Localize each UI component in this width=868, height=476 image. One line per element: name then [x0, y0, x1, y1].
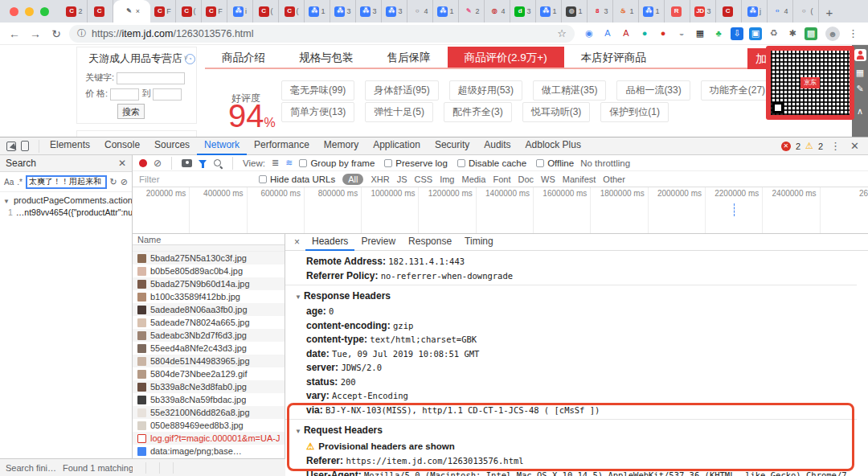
address-bar[interactable]: ⓘ https://item.jd.com/1263013576.html ☆	[69, 25, 575, 43]
header-row[interactable]: age: 0	[306, 306, 857, 317]
extension-icon[interactable]: ▩	[805, 27, 817, 40]
device-toolbar-icon[interactable]	[21, 141, 29, 151]
network-request-row[interactable]: 5b339a8cNe3d8fab0.jpg	[133, 380, 285, 393]
browser-tab[interactable]: d 3	[510, 0, 536, 23]
browser-tab[interactable]: ◎ 4	[485, 0, 510, 23]
browser-tab[interactable]: C (	[253, 0, 279, 23]
request-type-filter[interactable]: Other	[603, 174, 625, 184]
checkbox-icon[interactable]	[299, 159, 307, 167]
user-icon[interactable]	[854, 49, 866, 61]
reload-icon[interactable]: ↻	[48, 27, 64, 40]
browser-tab[interactable]: ♨ 1	[613, 0, 639, 23]
devtools-tab[interactable]: Performance	[247, 137, 317, 155]
request-type-filter[interactable]: Manifest	[563, 174, 596, 184]
devtools-tab[interactable]: Security	[428, 137, 477, 155]
search-close-icon[interactable]: ✕	[118, 158, 126, 169]
network-request-row[interactable]: 5bada275N5a130c3f.jpg	[133, 252, 285, 265]
devtools-tab[interactable]: Elements	[43, 137, 97, 155]
review-tag[interactable]: 超级好用(53)	[449, 80, 522, 101]
extension-icon[interactable]: ♣	[712, 27, 725, 40]
network-checkbox[interactable]: Preserve log	[384, 158, 448, 168]
header-row[interactable]: server: JDWS/2.0	[306, 363, 857, 373]
network-request-row[interactable]: 5adeade8N06aa3fb0.jpg	[133, 303, 285, 316]
header-row[interactable]: Referrer Policy: no-referrer-when-downgr…	[306, 271, 857, 281]
search-refresh-icon[interactable]: ↻	[110, 177, 117, 187]
request-type-filter[interactable]: All	[342, 174, 363, 185]
url-text[interactable]: https://item.jd.com/1263013576.html	[92, 28, 254, 39]
header-row[interactable]: content-encoding: gzip	[306, 321, 857, 331]
qr-icon[interactable]: ▦	[856, 68, 864, 77]
page-info-icon[interactable]: ⓘ	[77, 27, 86, 39]
header-row[interactable]: Remote Address: 182.131.4.1:443	[306, 256, 857, 267]
header-row[interactable]: via: BJ-Y-NX-103(MISS), http/1.1 CD-CT-1…	[306, 405, 857, 416]
request-type-filter[interactable]: Doc	[518, 174, 534, 184]
checkbox-icon[interactable]	[457, 159, 465, 167]
browser-tab[interactable]: ⁂ 3	[356, 0, 382, 23]
network-request-row[interactable]: b100c33589f412bb.jpg	[133, 290, 285, 303]
price-min-input[interactable]	[110, 88, 139, 101]
new-tab-button[interactable]: +	[819, 2, 840, 23]
browser-menu-icon[interactable]: ⋮	[845, 27, 862, 39]
browser-tab[interactable]: ⁂ 3	[330, 0, 356, 23]
details-tab[interactable]: Preview	[354, 234, 402, 251]
browser-tab[interactable]: ○ (	[793, 0, 819, 23]
devtools-tab[interactable]: Application	[366, 137, 428, 155]
checkbox-icon[interactable]	[536, 159, 544, 167]
maximize-window-icon[interactable]	[40, 7, 49, 16]
browser-tab[interactable]: C	[716, 0, 742, 23]
network-request-row[interactable]: 5bada275N9b60d14a.jpg	[133, 277, 285, 290]
browser-tab[interactable]: ⁂ i	[227, 0, 253, 23]
expand-triangle-icon[interactable]: ▼	[3, 198, 10, 205]
network-checkbox[interactable]: Disable cache	[457, 158, 526, 168]
network-request-row[interactable]: 5adeabc3Nb2d7f6d3.jpg	[133, 329, 285, 342]
network-request-row[interactable]: b0b5e805d89ac0b4.jpg	[133, 265, 285, 277]
match-case-toggle[interactable]: Aa	[4, 178, 14, 187]
extension-icon[interactable]: A	[620, 27, 633, 40]
search-input[interactable]	[26, 175, 107, 189]
details-close-icon[interactable]: ×	[290, 236, 304, 248]
browser-tab[interactable]: C (	[279, 0, 305, 23]
network-timeline[interactable]: 200000 ms400000 ms600000 ms800000 ms1000…	[133, 187, 868, 234]
product-tab[interactable]: 售后保障	[371, 47, 448, 68]
bookmark-star-icon[interactable]: ☆	[557, 27, 567, 39]
browser-tab[interactable]: ⁂ j	[742, 0, 768, 23]
search-icon[interactable]	[213, 158, 223, 168]
filter-input[interactable]	[139, 174, 252, 184]
header-row[interactable]: User-Agent: Mozilla/5.0 (Macintosh; Inte…	[306, 470, 857, 476]
error-count[interactable]: 2	[796, 142, 800, 151]
network-checkbox[interactable]: Group by frame	[299, 158, 375, 168]
product-tab[interactable]: 商品介绍	[205, 47, 282, 68]
network-request-row[interactable]: 5b339a8cNa59fbdac.jpg	[133, 393, 285, 406]
error-badge-icon[interactable]: ✕	[781, 142, 791, 151]
clear-icon[interactable]: ⊘	[154, 158, 162, 169]
close-window-icon[interactable]	[10, 7, 18, 16]
browser-tab[interactable]: ○ 4	[407, 0, 433, 23]
network-request-row[interactable]: 55eed4a8Nfe2c43d3.jpg	[133, 342, 285, 355]
browser-tab[interactable]: ✎ 2	[459, 0, 485, 23]
review-tag[interactable]: 保护到位(1)	[600, 102, 669, 122]
warning-count[interactable]: 2	[818, 142, 823, 151]
inspect-element-icon[interactable]	[6, 142, 16, 151]
review-tag[interactable]: 弹性十足(5)	[365, 102, 433, 122]
product-tab[interactable]: 本店好评商品	[564, 47, 663, 68]
review-tag[interactable]: 毫无异味(99)	[281, 80, 354, 101]
throttling-select[interactable]: No throttling	[580, 158, 630, 168]
browser-tab[interactable]: ⁂ 1	[433, 0, 459, 23]
browser-tab[interactable]: R	[665, 0, 690, 23]
network-request-row[interactable]: 5adeade7N8024a665.jpg	[133, 316, 285, 329]
header-row[interactable]: vary: Accept-Encoding	[306, 391, 857, 401]
review-tag[interactable]: 品相一流(33)	[616, 80, 690, 101]
request-type-filter[interactable]: XHR	[371, 174, 389, 184]
record-icon[interactable]	[139, 159, 147, 167]
review-tag[interactable]: 功能齐全(27)	[701, 80, 774, 101]
browser-tab[interactable]: ✎ ×	[113, 0, 150, 23]
request-type-filter[interactable]: Font	[493, 174, 510, 184]
browser-tab[interactable]: ⁂ 1	[305, 0, 330, 23]
collapse-triangle-icon[interactable]: ▼	[295, 428, 301, 435]
product-tab[interactable]: 商品评价(2.9万+)	[448, 47, 564, 68]
keyword-input[interactable]	[117, 72, 185, 84]
extension-icon[interactable]: ◉	[583, 27, 596, 40]
details-tab[interactable]: Response	[402, 234, 458, 251]
header-row[interactable]: content-type: text/html;charset=GBK	[306, 334, 857, 345]
browser-tab[interactable]: ⁂ 1	[639, 0, 665, 23]
